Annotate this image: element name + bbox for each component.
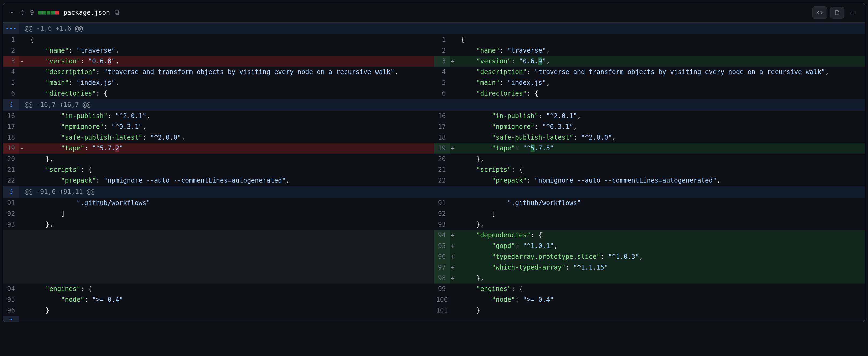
line-number-right[interactable]: 3: [434, 56, 450, 67]
line-number-right[interactable]: 92: [434, 208, 450, 219]
diff-line: 18 "safe-publish-latest": "^2.0.0",18 "s…: [3, 132, 865, 143]
line-number-left[interactable]: 4: [3, 67, 19, 77]
diff-line: 96 }101 }: [3, 305, 865, 316]
diff-line-added: 97+ "which-typed-array": "^1.1.15": [3, 262, 865, 273]
more-options-icon[interactable]: ···: [847, 7, 860, 18]
copy-path-icon[interactable]: [114, 9, 121, 16]
chevron-down-icon[interactable]: [8, 9, 15, 16]
diff-line: 22 "prepack": "npmignore --auto --commen…: [3, 175, 865, 186]
line-number-right[interactable]: 91: [434, 198, 450, 208]
diff-line-modified: 3- "version": "0.6.8",3+ "version": "0.6…: [3, 56, 865, 67]
line-number-right[interactable]: 20: [434, 154, 450, 164]
diff-marker-plus: +: [450, 241, 456, 251]
line-number-right[interactable]: 4: [434, 67, 450, 77]
diff-file-container: 9 package.json ··· •••@@ -1,6 +1,6 @@1{1…: [3, 3, 865, 322]
line-number-right[interactable]: 100: [434, 294, 450, 305]
line-number-left[interactable]: 95: [3, 294, 19, 305]
expand-all-icon[interactable]: [19, 9, 26, 16]
diff-stat-squares: [38, 11, 59, 14]
diff-line-added: 95+ "gopd": "^1.0.1",: [3, 241, 865, 251]
file-header: 9 package.json ···: [3, 3, 865, 23]
expand-hunk-icon[interactable]: •••: [3, 23, 19, 34]
diff-marker-plus: +: [450, 143, 456, 154]
diff-line: 91 ".github/workflows"91 ".github/workfl…: [3, 198, 865, 208]
expand-hunk-icon[interactable]: [3, 99, 19, 111]
diff-line: 95 "node": ">= 0.4"100 "node": ">= 0.4": [3, 294, 865, 305]
diff-marker-minus: -: [19, 143, 25, 154]
hunk-header: @@ -91,6 +91,11 @@: [19, 186, 865, 198]
line-number-right[interactable]: 18: [434, 132, 450, 143]
view-file-button[interactable]: [830, 7, 844, 19]
line-number-right[interactable]: 17: [434, 121, 450, 132]
diff-line: 2 "name": "traverse",2 "name": "traverse…: [3, 45, 865, 56]
line-number-left[interactable]: 1: [3, 34, 19, 45]
diff-line: 16 "in-publish": "^2.0.1",16 "in-publish…: [3, 111, 865, 121]
expand-hunk-icon[interactable]: [3, 186, 19, 198]
line-number-right[interactable]: 21: [434, 164, 450, 175]
line-number-right[interactable]: 19: [434, 143, 450, 154]
diff-line-added: 98+ },: [3, 273, 865, 284]
line-number-right[interactable]: 1: [434, 34, 450, 45]
diff-line: 4 "description": "traverse and transform…: [3, 67, 865, 77]
line-number-left[interactable]: 21: [3, 164, 19, 175]
line-number-left[interactable]: 93: [3, 219, 19, 230]
line-number-right[interactable]: 2: [434, 45, 450, 56]
diff-line: 6 "directories": {6 "directories": {: [3, 88, 865, 99]
diff-line: 20 },20 },: [3, 154, 865, 164]
line-number-right[interactable]: 97: [434, 262, 450, 273]
diff-marker-minus: -: [19, 56, 25, 67]
view-source-button[interactable]: [812, 6, 827, 19]
expand-down-icon[interactable]: [3, 316, 19, 322]
line-number-left[interactable]: 5: [3, 77, 19, 88]
line-number-left[interactable]: 18: [3, 132, 19, 143]
line-number-left[interactable]: 6: [3, 88, 19, 99]
line-number-left[interactable]: 2: [3, 45, 19, 56]
diff-line: 92 ]92 ]: [3, 208, 865, 219]
line-number-left[interactable]: 92: [3, 208, 19, 219]
line-number-right[interactable]: 101: [434, 305, 450, 316]
diff-marker-plus: +: [450, 262, 456, 273]
line-number-right[interactable]: 96: [434, 251, 450, 262]
diff-body: •••@@ -1,6 +1,6 @@1{1{2 "name": "travers…: [3, 23, 865, 316]
line-number-left[interactable]: 3: [3, 56, 19, 67]
line-number-right[interactable]: 94: [434, 230, 450, 241]
line-number-left[interactable]: 22: [3, 175, 19, 186]
line-number-left[interactable]: 94: [3, 284, 19, 294]
line-number-right[interactable]: 6: [434, 88, 450, 99]
line-number-right[interactable]: 93: [434, 219, 450, 230]
line-number-left[interactable]: 17: [3, 121, 19, 132]
line-number-left[interactable]: 20: [3, 154, 19, 164]
line-number-right[interactable]: 22: [434, 175, 450, 186]
diff-line: 93 },93 },: [3, 219, 865, 230]
diff-marker-plus: +: [450, 230, 456, 241]
line-number-left[interactable]: 16: [3, 111, 19, 121]
line-number-left[interactable]: 91: [3, 198, 19, 208]
diff-marker-plus: +: [450, 273, 456, 284]
change-count: 9: [30, 8, 34, 18]
diff-line: 5 "main": "index.js",5 "main": "index.js…: [3, 77, 865, 88]
line-number-right[interactable]: 98: [434, 273, 450, 284]
diff-line: 21 "scripts": {21 "scripts": {: [3, 164, 865, 175]
diff-line-added: 96+ "typedarray.prototype.slice": "^1.0.…: [3, 251, 865, 262]
hunk-header: @@ -16,7 +16,7 @@: [19, 99, 865, 111]
hunk-header: @@ -1,6 +1,6 @@: [19, 23, 865, 34]
diff-line-modified: 19- "tape": "^5.7.2"19+ "tape": "^5.7.5": [3, 143, 865, 154]
diff-line-added: 94+ "dependencies": {: [3, 230, 865, 241]
expand-down-row: [3, 316, 865, 322]
line-number-right[interactable]: 95: [434, 241, 450, 251]
file-name[interactable]: package.json: [63, 8, 110, 18]
line-number-right[interactable]: 5: [434, 77, 450, 88]
line-number-left[interactable]: 19: [3, 143, 19, 154]
diff-line: 1{1{: [3, 34, 865, 45]
diff-marker-plus: +: [450, 251, 456, 262]
line-number-left[interactable]: 96: [3, 305, 19, 316]
line-number-right[interactable]: 99: [434, 284, 450, 294]
diff-line: 94 "engines": {99 "engines": {: [3, 284, 865, 294]
diff-marker-plus: +: [450, 56, 456, 67]
line-number-right[interactable]: 16: [434, 111, 450, 121]
diff-line: 17 "npmignore": "^0.3.1",17 "npmignore":…: [3, 121, 865, 132]
